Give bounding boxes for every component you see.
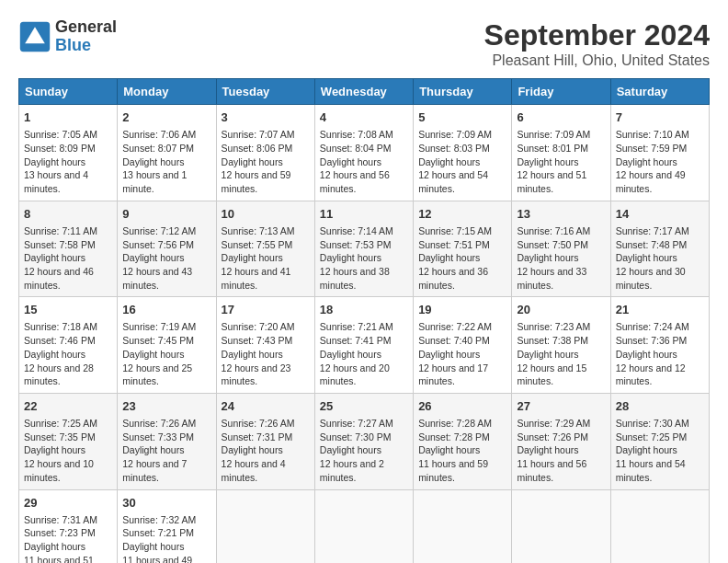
calendar-cell: 20Sunrise: 7:23 AMSunset: 7:38 PMDayligh… — [512, 297, 610, 394]
day-detail: Sunrise: 7:23 AMSunset: 7:38 PMDaylight … — [517, 320, 605, 387]
calendar-cell: 26Sunrise: 7:28 AMSunset: 7:28 PMDayligh… — [414, 393, 512, 489]
day-detail: Sunrise: 7:08 AMSunset: 8:04 PMDaylight … — [320, 128, 408, 195]
week-row-5: 29Sunrise: 7:31 AMSunset: 7:23 PMDayligh… — [19, 489, 710, 563]
calendar-cell: 7Sunrise: 7:10 AMSunset: 7:59 PMDaylight… — [610, 105, 709, 201]
day-detail: Sunrise: 7:22 AMSunset: 7:40 PMDaylight … — [418, 320, 506, 387]
header-row: SundayMondayTuesdayWednesdayThursdayFrid… — [19, 79, 710, 105]
calendar-cell: 14Sunrise: 7:17 AMSunset: 7:48 PMDayligh… — [610, 201, 709, 297]
calendar-cell: 2Sunrise: 7:06 AMSunset: 8:07 PMDaylight… — [118, 105, 216, 201]
day-header-tuesday: Tuesday — [216, 79, 314, 105]
day-detail: Sunrise: 7:07 AMSunset: 8:06 PMDaylight … — [222, 128, 310, 195]
calendar-cell — [610, 489, 709, 563]
day-number: 17 — [222, 302, 310, 318]
day-detail: Sunrise: 7:26 AMSunset: 7:33 PMDaylight … — [122, 417, 210, 484]
calendar-cell: 18Sunrise: 7:21 AMSunset: 7:41 PMDayligh… — [314, 297, 413, 394]
day-detail: Sunrise: 7:10 AMSunset: 7:59 PMDaylight … — [616, 128, 704, 195]
day-header-saturday: Saturday — [610, 79, 709, 105]
calendar-cell: 30Sunrise: 7:32 AMSunset: 7:21 PMDayligh… — [118, 489, 216, 563]
calendar-cell: 6Sunrise: 7:09 AMSunset: 8:01 PMDaylight… — [512, 105, 610, 201]
day-detail: Sunrise: 7:32 AMSunset: 7:21 PMDaylight … — [122, 513, 210, 563]
calendar-cell: 10Sunrise: 7:13 AMSunset: 7:55 PMDayligh… — [216, 201, 314, 297]
calendar-cell — [414, 489, 512, 563]
day-number: 2 — [122, 109, 210, 126]
calendar-cell: 27Sunrise: 7:29 AMSunset: 7:26 PMDayligh… — [512, 393, 610, 489]
day-detail: Sunrise: 7:31 AMSunset: 7:23 PMDaylight … — [24, 513, 112, 563]
week-row-3: 15Sunrise: 7:18 AMSunset: 7:46 PMDayligh… — [19, 297, 710, 394]
calendar-cell — [314, 489, 413, 563]
calendar-cell: 29Sunrise: 7:31 AMSunset: 7:23 PMDayligh… — [19, 489, 118, 563]
calendar-cell: 5Sunrise: 7:09 AMSunset: 8:03 PMDaylight… — [414, 105, 512, 201]
logo-line1: General — [55, 18, 117, 37]
header: General Blue September 2024 Pleasant Hil… — [18, 18, 710, 69]
day-header-thursday: Thursday — [414, 79, 512, 105]
day-detail: Sunrise: 7:05 AMSunset: 8:09 PMDaylight … — [24, 128, 112, 195]
page-subtitle: Pleasant Hill, Ohio, United States — [484, 52, 710, 69]
calendar-cell: 12Sunrise: 7:15 AMSunset: 7:51 PMDayligh… — [414, 201, 512, 297]
week-row-4: 22Sunrise: 7:25 AMSunset: 7:35 PMDayligh… — [19, 393, 710, 489]
calendar-cell: 23Sunrise: 7:26 AMSunset: 7:33 PMDayligh… — [118, 393, 216, 489]
day-detail: Sunrise: 7:15 AMSunset: 7:51 PMDaylight … — [418, 224, 506, 292]
day-detail: Sunrise: 7:17 AMSunset: 7:48 PMDaylight … — [616, 224, 704, 292]
day-number: 28 — [616, 398, 704, 415]
day-detail: Sunrise: 7:27 AMSunset: 7:30 PMDaylight … — [320, 417, 408, 484]
day-number: 12 — [418, 206, 506, 223]
calendar-cell — [216, 489, 314, 563]
day-number: 11 — [320, 206, 408, 223]
calendar-cell: 13Sunrise: 7:16 AMSunset: 7:50 PMDayligh… — [512, 201, 610, 297]
logo-text: General Blue — [55, 18, 117, 55]
day-detail: Sunrise: 7:11 AMSunset: 7:58 PMDaylight … — [24, 224, 112, 292]
day-detail: Sunrise: 7:09 AMSunset: 8:01 PMDaylight … — [517, 128, 605, 195]
calendar-cell: 21Sunrise: 7:24 AMSunset: 7:36 PMDayligh… — [610, 297, 709, 394]
calendar-cell: 19Sunrise: 7:22 AMSunset: 7:40 PMDayligh… — [414, 297, 512, 394]
calendar-cell: 28Sunrise: 7:30 AMSunset: 7:25 PMDayligh… — [610, 393, 709, 489]
title-area: September 2024 Pleasant Hill, Ohio, Unit… — [484, 18, 710, 69]
day-number: 26 — [418, 398, 506, 415]
calendar-body: 1Sunrise: 7:05 AMSunset: 8:09 PMDaylight… — [19, 105, 710, 564]
calendar-cell — [512, 489, 610, 563]
day-number: 14 — [616, 206, 704, 223]
day-header-friday: Friday — [512, 79, 610, 105]
day-detail: Sunrise: 7:20 AMSunset: 7:43 PMDaylight … — [222, 320, 310, 387]
page-title: September 2024 — [484, 18, 710, 52]
calendar-cell: 22Sunrise: 7:25 AMSunset: 7:35 PMDayligh… — [19, 393, 118, 489]
calendar-cell: 9Sunrise: 7:12 AMSunset: 7:56 PMDaylight… — [118, 201, 216, 297]
day-number: 8 — [24, 206, 112, 223]
day-number: 16 — [122, 302, 210, 318]
day-number: 18 — [320, 302, 408, 318]
calendar-cell: 15Sunrise: 7:18 AMSunset: 7:46 PMDayligh… — [19, 297, 118, 394]
day-number: 27 — [517, 398, 605, 415]
day-number: 9 — [122, 206, 210, 223]
week-row-1: 1Sunrise: 7:05 AMSunset: 8:09 PMDaylight… — [19, 105, 710, 201]
day-number: 29 — [24, 495, 112, 511]
logo: General Blue — [18, 18, 117, 55]
day-detail: Sunrise: 7:13 AMSunset: 7:55 PMDaylight … — [222, 224, 310, 292]
day-number: 24 — [222, 398, 310, 415]
day-detail: Sunrise: 7:25 AMSunset: 7:35 PMDaylight … — [24, 417, 112, 484]
day-number: 22 — [24, 398, 112, 415]
day-detail: Sunrise: 7:06 AMSunset: 8:07 PMDaylight … — [122, 128, 210, 195]
day-number: 1 — [24, 109, 112, 126]
day-detail: Sunrise: 7:30 AMSunset: 7:25 PMDaylight … — [616, 417, 704, 484]
calendar-table: SundayMondayTuesdayWednesdayThursdayFrid… — [18, 78, 710, 563]
week-row-2: 8Sunrise: 7:11 AMSunset: 7:58 PMDaylight… — [19, 201, 710, 297]
day-detail: Sunrise: 7:18 AMSunset: 7:46 PMDaylight … — [24, 320, 112, 387]
day-number: 6 — [517, 109, 605, 126]
day-detail: Sunrise: 7:29 AMSunset: 7:26 PMDaylight … — [517, 417, 605, 484]
logo-icon — [18, 20, 51, 53]
day-number: 19 — [418, 302, 506, 318]
calendar-header: SundayMondayTuesdayWednesdayThursdayFrid… — [19, 79, 710, 105]
day-number: 3 — [222, 109, 310, 126]
day-number: 5 — [418, 109, 506, 126]
calendar-cell: 1Sunrise: 7:05 AMSunset: 8:09 PMDaylight… — [19, 105, 118, 201]
day-detail: Sunrise: 7:16 AMSunset: 7:50 PMDaylight … — [517, 224, 605, 292]
calendar-cell: 8Sunrise: 7:11 AMSunset: 7:58 PMDaylight… — [19, 201, 118, 297]
day-detail: Sunrise: 7:12 AMSunset: 7:56 PMDaylight … — [122, 224, 210, 292]
day-detail: Sunrise: 7:21 AMSunset: 7:41 PMDaylight … — [320, 320, 408, 387]
calendar-cell: 17Sunrise: 7:20 AMSunset: 7:43 PMDayligh… — [216, 297, 314, 394]
day-detail: Sunrise: 7:26 AMSunset: 7:31 PMDaylight … — [222, 417, 310, 484]
calendar-cell: 3Sunrise: 7:07 AMSunset: 8:06 PMDaylight… — [216, 105, 314, 201]
day-number: 10 — [222, 206, 310, 223]
calendar-cell: 16Sunrise: 7:19 AMSunset: 7:45 PMDayligh… — [118, 297, 216, 394]
day-detail: Sunrise: 7:09 AMSunset: 8:03 PMDaylight … — [418, 128, 506, 195]
day-number: 20 — [517, 302, 605, 318]
